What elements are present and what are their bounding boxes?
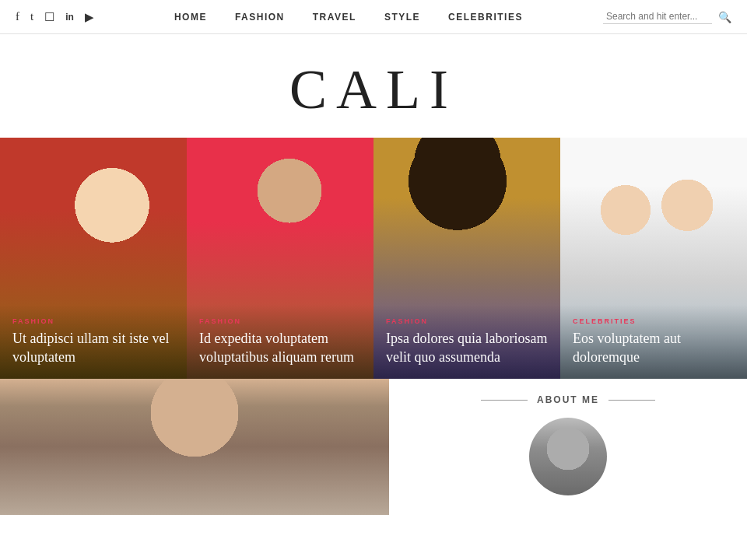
about-me-line-left bbox=[481, 400, 528, 401]
site-logo: CALI bbox=[0, 58, 747, 122]
about-me-label: About me bbox=[537, 394, 599, 405]
about-avatar[interactable] bbox=[529, 418, 607, 495]
logo-section: CALI bbox=[0, 34, 747, 138]
nav-style[interactable]: STYLE bbox=[384, 12, 420, 23]
card-4-category: CELEBRITIES bbox=[573, 317, 735, 325]
card-2-category: FASHION bbox=[199, 317, 361, 325]
card-2-title: Id expedita voluptatem voluptatibus aliq… bbox=[199, 330, 361, 366]
nav-travel[interactable]: TRAVEL bbox=[313, 12, 356, 23]
nav-celebrities[interactable]: CELEBRITIES bbox=[448, 12, 523, 23]
search-area: 🔍 bbox=[603, 9, 731, 24]
main-nav: HOME FASHION TRAVEL STYLE CELEBRITIES bbox=[174, 12, 523, 23]
search-button[interactable]: 🔍 bbox=[718, 11, 731, 23]
card-4[interactable]: CELEBRITIES Eos voluptatem aut doloremqu… bbox=[560, 138, 747, 379]
card-1-title: Ut adipisci ullam sit iste vel voluptate… bbox=[12, 330, 174, 366]
card-3[interactable]: FASHION Ipsa dolores quia laboriosam vel… bbox=[374, 138, 560, 379]
linkedin-icon[interactable]: in bbox=[65, 12, 74, 23]
card-2[interactable]: FASHION Id expedita voluptatem voluptati… bbox=[187, 138, 374, 379]
nav-fashion[interactable]: FASHION bbox=[235, 12, 285, 23]
about-me-panel: About me bbox=[389, 379, 747, 515]
featured-article-image[interactable] bbox=[0, 379, 389, 515]
about-me-header: About me bbox=[481, 394, 655, 405]
youtube-icon[interactable]: ▶ bbox=[85, 10, 94, 24]
card-4-title: Eos voluptatem aut doloremque bbox=[573, 330, 735, 366]
card-1[interactable]: FASHION Ut adipisci ullam sit iste vel v… bbox=[0, 138, 187, 379]
cards-grid: FASHION Ut adipisci ullam sit iste vel v… bbox=[0, 138, 747, 379]
instagram-icon[interactable]: ☐ bbox=[44, 10, 54, 24]
card-3-title: Ipsa dolores quia laboriosam velit quo a… bbox=[386, 330, 548, 366]
card-1-category: FASHION bbox=[12, 317, 174, 325]
about-me-line-right bbox=[608, 400, 655, 401]
twitter-icon[interactable]: t bbox=[30, 10, 33, 23]
social-icons: f t ☐ in ▶ bbox=[16, 10, 94, 24]
nav-home[interactable]: HOME bbox=[174, 12, 207, 23]
search-input[interactable] bbox=[603, 9, 712, 24]
bottom-section: About me bbox=[0, 379, 747, 515]
top-bar: f t ☐ in ▶ HOME FASHION TRAVEL STYLE CEL… bbox=[0, 0, 747, 34]
card-3-category: FASHION bbox=[386, 317, 548, 325]
facebook-icon[interactable]: f bbox=[16, 10, 19, 23]
